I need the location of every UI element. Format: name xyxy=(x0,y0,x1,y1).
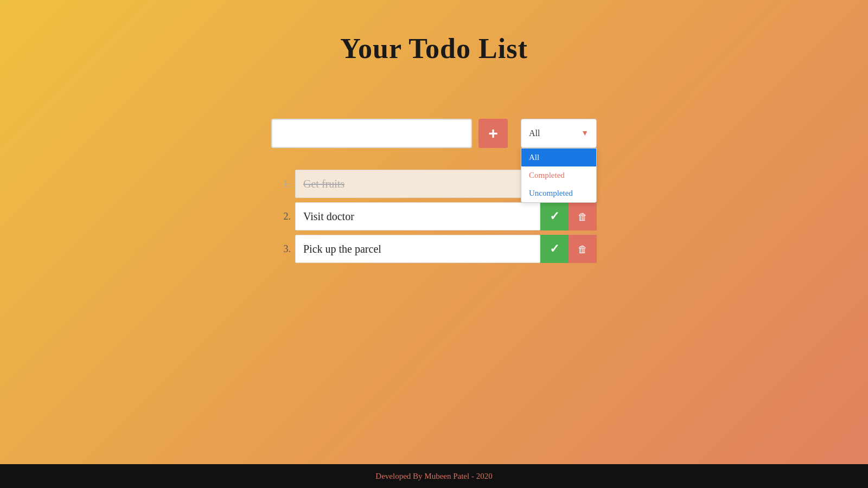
todo-delete-button-3[interactable] xyxy=(569,235,597,263)
todo-input[interactable] xyxy=(271,119,472,148)
filter-select[interactable]: All ▼ xyxy=(521,119,597,148)
filter-option-all[interactable]: All xyxy=(521,149,596,166)
filter-dropdown-wrapper: All ▼ All Completed Uncompleted xyxy=(521,119,597,148)
trash-icon-2 xyxy=(578,210,588,223)
chevron-down-icon: ▼ xyxy=(581,129,589,138)
todo-delete-button-2[interactable] xyxy=(569,202,597,230)
check-icon-3 xyxy=(550,242,559,256)
todo-check-button-2[interactable] xyxy=(540,202,569,230)
check-icon-2 xyxy=(550,209,559,223)
filter-option-completed[interactable]: Completed xyxy=(521,166,596,184)
input-row: All ▼ All Completed Uncompleted xyxy=(271,119,597,148)
footer-text: Developed By Mubeen Patel - 2020 xyxy=(375,472,492,481)
filter-dropdown-menu: All Completed Uncompleted xyxy=(521,148,597,203)
trash-icon-3 xyxy=(578,243,588,255)
todo-number-2: 2. xyxy=(271,211,291,222)
todo-text-1: Get fruits xyxy=(295,170,540,198)
plus-icon xyxy=(488,124,498,143)
main-container: All ▼ All Completed Uncompleted 1. Get f… xyxy=(271,119,597,263)
list-item: 2. Visit doctor xyxy=(271,202,597,230)
filter-option-uncompleted[interactable]: Uncompleted xyxy=(521,184,596,202)
filter-selected-label: All xyxy=(529,129,540,138)
todo-text-3: Pick up the parcel xyxy=(295,235,540,263)
add-button[interactable] xyxy=(478,119,508,148)
todo-number-1: 1. xyxy=(271,178,291,190)
todo-number-3: 3. xyxy=(271,243,291,255)
page-title: Your Todo List xyxy=(340,33,527,65)
todo-check-button-3[interactable] xyxy=(540,235,569,263)
todo-text-2: Visit doctor xyxy=(295,202,540,230)
footer: Developed By Mubeen Patel - 2020 xyxy=(0,464,868,488)
list-item: 3. Pick up the parcel xyxy=(271,235,597,263)
